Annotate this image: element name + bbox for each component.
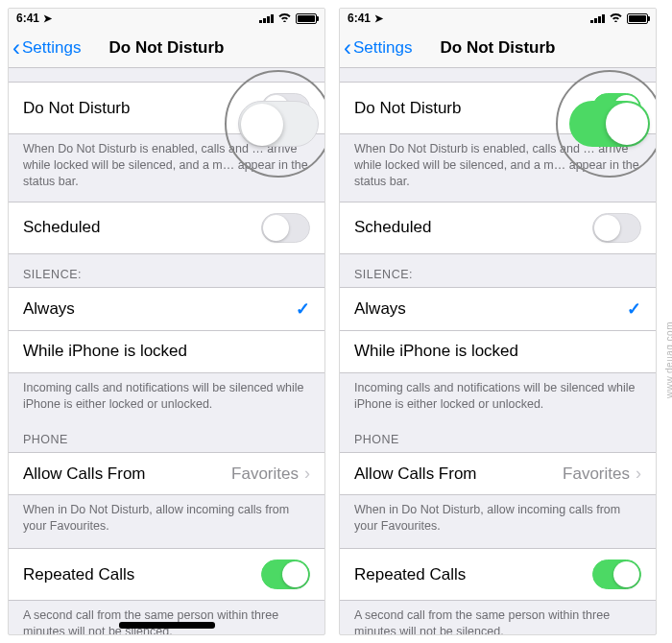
dnd-label: Do Not Disturb (23, 99, 130, 118)
phone-header: Phone (340, 419, 656, 452)
status-bar: 6:41 ➤ (9, 9, 324, 28)
screenshot-left: 6:41 ➤ ‹ Settings Do Not Disturb Do Not … (8, 8, 325, 635)
phone-header: Phone (9, 419, 324, 452)
checkmark-icon: ✓ (627, 298, 641, 320)
silence-always-cell[interactable]: Always ✓ (9, 287, 324, 331)
signal-icon (590, 13, 605, 23)
scheduled-cell[interactable]: Scheduled (9, 202, 324, 254)
silence-footer: Incoming calls and notifications will be… (9, 373, 324, 420)
dnd-label: Do Not Disturb (354, 99, 461, 118)
repeated-calls-cell[interactable]: Repeated Calls (9, 548, 324, 601)
silence-header: Silence: (340, 254, 656, 287)
chevron-right-icon: › (304, 464, 310, 484)
status-time: 6:41 (16, 12, 39, 25)
nav-bar: ‹ Settings Do Not Disturb (9, 28, 324, 68)
silence-locked-cell[interactable]: While iPhone is locked (9, 331, 324, 373)
status-time: 6:41 (348, 12, 371, 25)
repeated-calls-label: Repeated Calls (354, 565, 466, 584)
chevron-left-icon: ‹ (12, 36, 20, 60)
silence-locked-cell[interactable]: While iPhone is locked (340, 331, 656, 373)
back-label: Settings (22, 38, 81, 58)
checkmark-icon: ✓ (296, 298, 310, 320)
repeated-calls-cell[interactable]: Repeated Calls (340, 548, 656, 601)
scheduled-label: Scheduled (354, 218, 431, 237)
wifi-icon (277, 12, 292, 25)
battery-icon (627, 13, 648, 24)
signal-icon (259, 13, 274, 23)
allow-calls-value: Favorites (231, 464, 304, 484)
allow-calls-label: Allow Calls From (23, 464, 146, 484)
back-button[interactable]: ‹ Settings (340, 36, 412, 60)
silence-footer: Incoming calls and notifications will be… (340, 373, 656, 420)
status-bar: 6:41 ➤ (340, 9, 656, 28)
watermark: www.deuaq.com (665, 322, 673, 398)
screenshot-right: 6:41 ➤ ‹ Settings Do Not Disturb Do Not … (339, 8, 657, 635)
dnd-toggle-zoom (569, 101, 650, 147)
repeated-calls-footer: A second call from the same person withi… (9, 601, 324, 635)
repeated-calls-toggle[interactable] (592, 560, 641, 589)
repeated-calls-footer: A second call from the same person withi… (340, 601, 656, 635)
scheduled-toggle[interactable] (592, 213, 641, 243)
location-icon: ➤ (43, 12, 52, 25)
silence-header: Silence: (9, 254, 324, 287)
battery-icon (296, 13, 317, 24)
silence-always-label: Always (354, 299, 406, 319)
location-icon: ➤ (374, 12, 383, 25)
allow-calls-cell[interactable]: Allow Calls From Favorites › (9, 452, 324, 495)
repeated-calls-toggle[interactable] (261, 560, 310, 589)
chevron-left-icon: ‹ (344, 36, 351, 60)
nav-bar: ‹ Settings Do Not Disturb (340, 28, 656, 68)
allow-calls-label: Allow Calls From (354, 464, 477, 484)
redaction-bar (119, 622, 215, 629)
back-button[interactable]: ‹ Settings (9, 36, 81, 60)
scheduled-toggle[interactable] (261, 213, 310, 243)
silence-locked-label: While iPhone is locked (23, 342, 187, 361)
back-label: Settings (353, 38, 412, 58)
dnd-toggle-zoom (238, 101, 319, 147)
silence-always-label: Always (23, 299, 75, 319)
silence-always-cell[interactable]: Always ✓ (340, 287, 656, 331)
wifi-icon (609, 12, 623, 25)
scheduled-label: Scheduled (23, 218, 100, 237)
allow-calls-footer: When in Do Not Disturb, allow incoming c… (340, 495, 656, 542)
chevron-right-icon: › (636, 464, 641, 484)
allow-calls-cell[interactable]: Allow Calls From Favorites › (340, 452, 656, 495)
allow-calls-footer: When in Do Not Disturb, allow incoming c… (9, 495, 324, 542)
allow-calls-value: Favorites (563, 464, 636, 484)
scheduled-cell[interactable]: Scheduled (340, 202, 656, 254)
silence-locked-label: While iPhone is locked (354, 342, 518, 361)
repeated-calls-label: Repeated Calls (23, 565, 134, 584)
